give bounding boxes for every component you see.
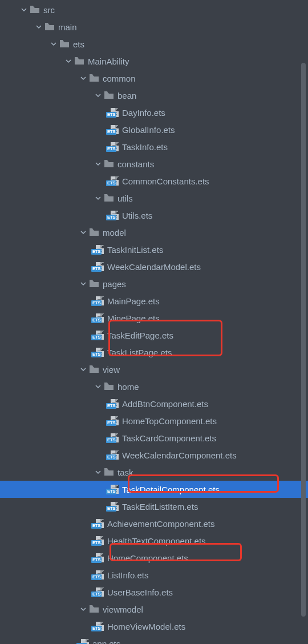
chevron-down-icon[interactable] [78, 278, 89, 289]
ets-file-icon: ETS [92, 245, 104, 254]
tree-file[interactable]: ETSMinePage.ets [0, 309, 308, 327]
tree-item-label: app.ets [92, 639, 120, 645]
tree-item-label: model [103, 228, 126, 238]
tree-file[interactable]: ETSTaskCardComponent.ets [0, 429, 308, 446]
tree-file[interactable]: ETSGlobalInfo.ets [0, 121, 308, 138]
chevron-down-icon[interactable] [92, 381, 104, 392]
ets-file-icon: ETS [92, 570, 104, 579]
tree-file[interactable]: ETSAchievementComponent.ets [0, 515, 308, 532]
ets-file-icon: ETS [107, 125, 119, 134]
tree-folder[interactable]: utils [0, 190, 308, 207]
tree-folder[interactable]: main [0, 18, 308, 35]
tree-file[interactable]: ETSWeekCalendarModel.ets [0, 258, 308, 275]
ets-file-icon: ETS [78, 639, 89, 644]
tree-file[interactable]: ETSTaskInfo.ets [0, 138, 308, 155]
tree-item-label: UserBaseInfo.ets [107, 587, 173, 597]
chevron-down-icon[interactable] [18, 4, 30, 15]
ets-file-icon: ETS [107, 485, 119, 494]
tree-file[interactable]: ETSapp.ets [0, 635, 308, 644]
tree-file[interactable]: ETSTaskListPage.ets [0, 344, 308, 361]
chevron-down-icon[interactable] [78, 603, 89, 615]
tree-file[interactable]: ETSTaskDetailComponent.ets [0, 481, 308, 498]
tree-item-label: utils [117, 194, 133, 203]
tree-folder[interactable]: task [0, 464, 308, 481]
tree-file[interactable]: ETSHomeViewModel.ets [0, 618, 308, 635]
tree-item-label: WeekCalendarModel.ets [107, 262, 201, 272]
tree-item-label: GlobalInfo.ets [122, 125, 175, 135]
tree-item-label: MainPage.ets [107, 296, 160, 306]
chevron-down-icon[interactable] [78, 227, 89, 238]
tree-file[interactable]: ETSMainPage.ets [0, 292, 308, 309]
tree-folder[interactable]: MainAbility [0, 53, 308, 70]
tree-file[interactable]: ETSHealthTextComponent.ets [0, 532, 308, 549]
tree-file[interactable]: ETSDayInfo.ets [0, 104, 308, 121]
ets-file-icon: ETS [92, 348, 104, 357]
folder-icon [89, 604, 99, 614]
ets-file-icon: ETS [107, 450, 119, 460]
tree-file[interactable]: ETSHomeTopComponent.ets [0, 412, 308, 429]
chevron-down-icon[interactable] [92, 192, 104, 204]
ets-file-icon: ETS [92, 331, 104, 340]
folder-icon [89, 227, 99, 238]
tree-file[interactable]: ETSTaskEditPage.ets [0, 327, 308, 344]
ets-file-icon: ETS [92, 262, 104, 271]
ets-file-icon: ETS [107, 416, 119, 425]
folder-icon [89, 364, 99, 375]
chevron-down-icon[interactable] [92, 466, 104, 478]
tree-file[interactable]: ETSUserBaseInfo.ets [0, 583, 308, 601]
chevron-down-icon[interactable] [78, 73, 89, 84]
tree-item-label: AddBtnComponent.ets [122, 399, 208, 409]
chevron-down-icon[interactable] [78, 364, 89, 375]
folder-icon [74, 56, 84, 66]
tree-item-label: HealthTextComponent.ets [107, 536, 206, 546]
tree-folder[interactable]: home [0, 378, 308, 395]
ets-file-icon: ETS [92, 313, 104, 323]
tree-item-label: TaskListPage.ets [107, 348, 172, 357]
tree-folder[interactable]: pages [0, 275, 308, 292]
tree-item-label: pages [103, 279, 126, 289]
folder-icon [104, 193, 114, 203]
tree-folder[interactable]: model [0, 224, 308, 241]
scrollbar[interactable] [301, 63, 306, 617]
tree-item-label: src [43, 5, 55, 15]
tree-file[interactable]: ETSAddBtnComponent.ets [0, 395, 308, 412]
folder-icon [30, 5, 40, 15]
tree-folder[interactable]: view [0, 361, 308, 378]
tree-item-label: Utils.ets [122, 211, 152, 220]
chevron-down-icon[interactable] [92, 158, 104, 170]
tree-item-label: HomeViewModel.ets [107, 622, 185, 631]
folder-icon [89, 73, 99, 83]
tree-item-label: bean [117, 91, 136, 100]
chevron-down-icon[interactable] [33, 21, 44, 33]
tree-folder[interactable]: src [0, 1, 308, 18]
tree-item-label: MinePage.ets [107, 313, 160, 323]
tree-item-label: DayInfo.ets [122, 108, 165, 118]
tree-item-label: main [58, 22, 77, 32]
ets-file-icon: ETS [92, 553, 104, 562]
tree-folder[interactable]: viewmodel [0, 601, 308, 618]
tree-item-label: view [103, 365, 120, 375]
ets-file-icon: ETS [92, 587, 104, 597]
tree-file[interactable]: ETSUtils.ets [0, 207, 308, 224]
tree-file[interactable]: ETSListInfo.ets [0, 566, 308, 583]
chevron-down-icon[interactable] [92, 90, 104, 101]
tree-file[interactable]: ETSWeekCalendarComponent.ets [0, 446, 308, 464]
tree-file[interactable]: ETSHomeComponent.ets [0, 549, 308, 566]
tree-file[interactable]: ETSTaskEditListItem.ets [0, 498, 308, 515]
tree-file[interactable]: ETSTaskInitList.ets [0, 241, 308, 258]
tree-folder[interactable]: ets [0, 35, 308, 53]
folder-icon [104, 467, 114, 477]
tree-item-label: TaskEditListItem.ets [122, 502, 198, 512]
folder-icon [44, 22, 55, 32]
tree-folder[interactable]: bean [0, 87, 308, 104]
tree-item-label: CommonConstants.ets [122, 176, 209, 186]
tree-file[interactable]: ETSCommonConstants.ets [0, 172, 308, 190]
tree-folder[interactable]: constants [0, 155, 308, 172]
chevron-down-icon[interactable] [63, 55, 74, 67]
chevron-down-icon[interactable] [48, 38, 59, 50]
tree-item-label: constants [117, 159, 154, 169]
tree-folder[interactable]: common [0, 70, 308, 87]
ets-file-icon: ETS [107, 176, 119, 186]
tree-item-label: TaskCardComponent.ets [122, 433, 216, 443]
tree-item-label: HomeComponent.ets [107, 553, 188, 563]
